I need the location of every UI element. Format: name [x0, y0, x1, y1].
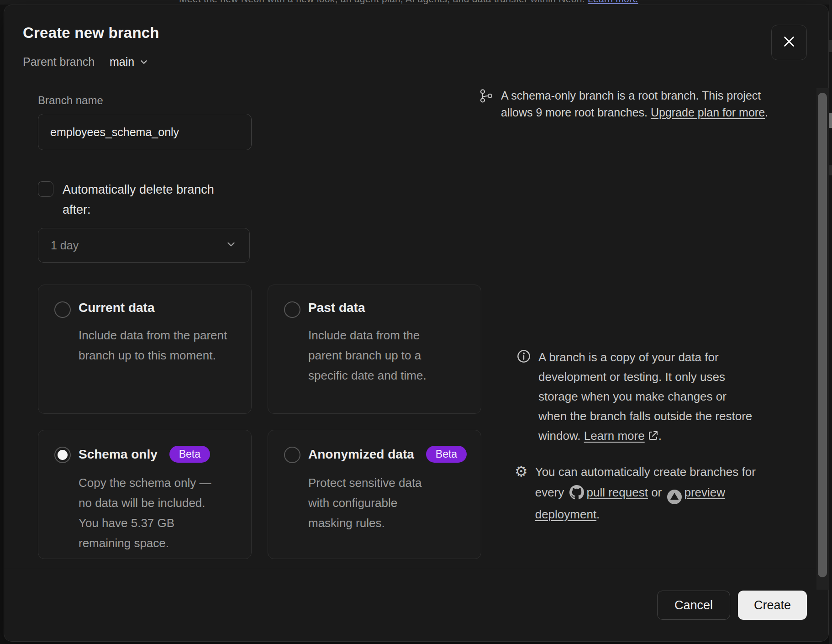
root-branch-note-text: A schema-only branch is a root branch. T…	[501, 87, 789, 121]
option-title: Anonymized data	[308, 447, 414, 462]
create-branch-dialog: Create new branch Parent branch main Bra…	[4, 5, 829, 642]
footer-divider	[4, 568, 828, 568]
root-branch-note: A schema-only branch is a root branch. T…	[479, 87, 789, 121]
option-card-anonymized-data[interactable]: Anonymized data Beta Protect sensitive d…	[268, 430, 481, 559]
close-button[interactable]	[771, 25, 807, 60]
background-page-sliver	[829, 0, 832, 644]
auto-delete-checkbox[interactable]	[38, 181, 53, 197]
branch-icon	[479, 89, 494, 103]
option-description: Protect sensitive data with configurable…	[308, 473, 441, 533]
close-icon	[782, 34, 796, 51]
option-card-current-data[interactable]: Current data Include data from the paren…	[38, 285, 252, 414]
option-title: Current data	[79, 301, 154, 315]
beta-badge: Beta	[169, 446, 210, 463]
radio-schema-only[interactable]	[54, 447, 71, 463]
delete-after-select[interactable]: 1 day	[38, 228, 250, 263]
dialog-scrollbar-track	[816, 88, 829, 590]
learn-more-link[interactable]: Learn more	[584, 429, 645, 443]
background-banner: Meet the new Neon with a new look, an ag…	[0, 0, 832, 5]
parent-branch-label: Parent branch	[23, 55, 95, 69]
option-card-schema-only[interactable]: Schema only Beta Copy the schema only — …	[38, 430, 252, 559]
branch-name-input[interactable]	[38, 114, 252, 150]
create-button[interactable]: Create	[738, 591, 807, 620]
banner-text: Meet the new Neon with a new look, an ag…	[179, 0, 638, 5]
parent-branch-row: Parent branch main	[23, 55, 149, 69]
automation-note-text: You can automatically create branches fo…	[535, 462, 764, 525]
dialog-scrollbar-thumb[interactable]	[818, 93, 827, 577]
gear-icon: ⚙	[515, 463, 528, 480]
cancel-button[interactable]: Cancel	[657, 591, 730, 620]
option-description: Include data from the parent branch up t…	[79, 325, 234, 365]
option-description: Include data from the parent branch up t…	[308, 325, 445, 385]
background-fragment	[829, 40, 832, 52]
branch-name-label: Branch name	[38, 94, 103, 107]
option-card-past-data[interactable]: Past data Include data from the parent b…	[268, 285, 481, 414]
option-title: Schema only	[79, 447, 158, 462]
upgrade-plan-link[interactable]: Upgrade plan for more	[651, 106, 765, 119]
chevron-down-icon[interactable]	[139, 57, 149, 67]
parent-branch-value[interactable]: main	[110, 55, 134, 69]
github-icon	[569, 485, 584, 500]
background-fragment	[829, 113, 832, 128]
branch-info-note: A branch is a copy of your data for deve…	[516, 348, 758, 446]
branch-info-note-text: A branch is a copy of your data for deve…	[538, 348, 758, 446]
external-link-icon	[648, 430, 658, 441]
dialog-title: Create new branch	[23, 24, 159, 42]
option-title: Past data	[308, 301, 365, 315]
radio-current-data[interactable]	[54, 301, 71, 318]
automation-note: ⚙ You can automatically create branches …	[515, 462, 764, 525]
auto-delete-label: Automatically delete branch after:	[63, 179, 245, 220]
radio-anonymized-data[interactable]	[284, 447, 300, 463]
auto-delete-row: Automatically delete branch after:	[38, 179, 245, 220]
info-icon	[516, 349, 531, 364]
banner-learn-more-link: Learn more	[588, 0, 638, 4]
beta-badge: Beta	[426, 446, 467, 463]
chevron-down-icon	[225, 238, 237, 252]
background-fragment	[829, 165, 832, 175]
data-options-grid: Current data Include data from the paren…	[38, 285, 481, 559]
pull-request-link[interactable]: pull request	[587, 486, 648, 499]
delete-after-value: 1 day	[51, 239, 225, 252]
vercel-icon	[667, 490, 682, 504]
option-description: Copy the schema only — no data will be i…	[79, 473, 222, 553]
radio-past-data[interactable]	[284, 301, 300, 318]
